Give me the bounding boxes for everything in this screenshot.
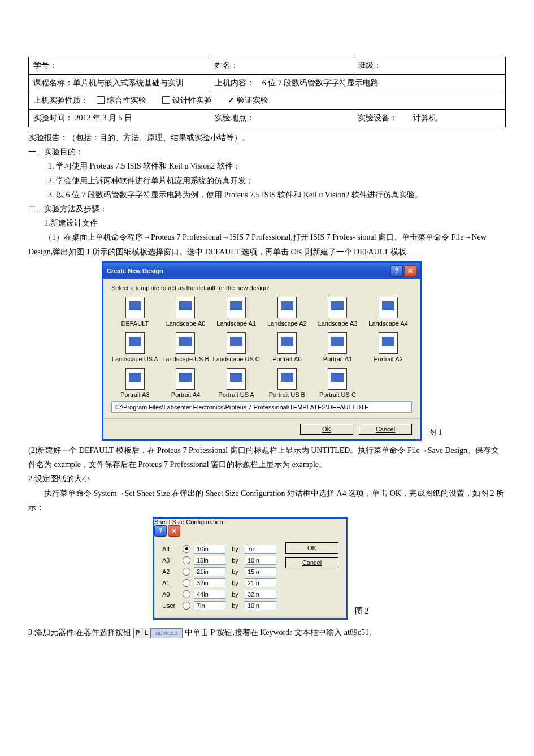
- template-label: Landscape A2: [267, 320, 307, 327]
- size-label: A4: [162, 546, 179, 552]
- height-input[interactable]: 21in: [245, 578, 276, 587]
- size-label: User: [162, 602, 179, 609]
- template-label: DEFAULT: [121, 320, 149, 327]
- template-icon: [379, 297, 398, 318]
- radio-user[interactable]: [183, 602, 190, 610]
- template-label: Landscape US B: [162, 356, 209, 362]
- para4-b: 中单击 P 按钮,接着在 Keywords 文本框中输入 at89c51,: [185, 628, 371, 637]
- exp-nature-label: 上机实验性质：: [33, 96, 89, 105]
- width-input[interactable]: 10in: [194, 545, 225, 554]
- by-label: by: [229, 602, 241, 609]
- by-label: by: [229, 568, 241, 575]
- close-icon[interactable]: ✕: [404, 265, 416, 277]
- template-label: Landscape A3: [318, 320, 358, 327]
- by-label: by: [229, 591, 241, 598]
- report-intro: 实验报告：（包括：目的、方法、原理、结果或实验小结等）。: [28, 131, 506, 145]
- cancel-button[interactable]: Cancel: [285, 557, 338, 568]
- dialog-titlebar: Sheet Size Configuration ? ✕: [154, 519, 346, 537]
- template-label: Portrait A0: [272, 356, 301, 362]
- template-label: Landscape A1: [216, 320, 256, 327]
- template-label: Portrait US A: [218, 391, 254, 398]
- checkbox-design[interactable]: [162, 96, 170, 104]
- template-item[interactable]: Landscape A1: [212, 297, 260, 327]
- help-icon[interactable]: ?: [154, 525, 167, 537]
- template-label: Portrait A1: [323, 356, 352, 362]
- help-icon[interactable]: ?: [390, 265, 403, 277]
- width-input[interactable]: 44in: [194, 590, 225, 599]
- by-label: by: [229, 546, 241, 552]
- template-item[interactable]: Portrait A0: [263, 332, 311, 362]
- checkbox-comprehensive[interactable]: [97, 96, 105, 104]
- radio-a1[interactable]: [183, 579, 190, 587]
- template-icon: [328, 297, 347, 318]
- template-label: Landscape US A: [112, 356, 158, 362]
- height-input[interactable]: 32in: [245, 590, 276, 599]
- template-path: C:\Program Files\Labcenter Electronics\P…: [111, 401, 412, 413]
- template-item[interactable]: Portrait US A: [212, 368, 260, 398]
- template-label: Landscape US C: [213, 356, 260, 362]
- height-input[interactable]: 7in: [245, 545, 276, 554]
- para2: (2)新建好一个 DEFAULT 模板后，在 Proteus 7 Profess…: [28, 443, 506, 472]
- template-item[interactable]: Portrait A2: [364, 332, 412, 362]
- template-icon: [328, 332, 347, 354]
- template-icon: [277, 297, 297, 318]
- create-new-design-dialog: Create New Design ? ✕ Select a template …: [102, 261, 422, 441]
- sec2-title: 二、实验方法及步骤：: [28, 202, 506, 216]
- width-input[interactable]: 32in: [194, 578, 225, 587]
- sec1-item2: 2. 学会使用上诉两种软件进行单片机应用系统的仿真开发；: [28, 174, 506, 188]
- width-input[interactable]: 15in: [194, 556, 225, 565]
- template-item[interactable]: Landscape US A: [111, 332, 159, 362]
- radio-a4[interactable]: [183, 545, 190, 553]
- exp-device-value: 计算机: [413, 114, 437, 122]
- template-item[interactable]: Portrait US C: [314, 368, 362, 398]
- p-button[interactable]: P: [134, 628, 142, 638]
- template-label: Portrait US C: [319, 391, 356, 398]
- template-icon: [277, 368, 297, 390]
- template-label: Portrait A3: [120, 391, 149, 398]
- height-input[interactable]: 10in: [245, 556, 276, 565]
- radio-a0[interactable]: [183, 590, 190, 598]
- template-item[interactable]: Portrait A1: [314, 332, 362, 362]
- template-icon: [125, 297, 145, 318]
- template-item[interactable]: Landscape A2: [263, 297, 311, 327]
- width-input[interactable]: 7in: [194, 601, 225, 610]
- sec2-sub1: 1.新建设计文件: [28, 216, 506, 230]
- template-item[interactable]: Landscape A3: [314, 297, 362, 327]
- ok-button[interactable]: OK: [285, 542, 338, 554]
- template-item[interactable]: Landscape A4: [364, 297, 412, 327]
- width-input[interactable]: 21in: [194, 567, 225, 576]
- class-label: 班级：: [358, 61, 381, 70]
- template-item[interactable]: Landscape US C: [212, 332, 260, 362]
- para4-a: 3.添加元器件:在器件选择按钮: [28, 628, 131, 637]
- radio-a3[interactable]: [183, 556, 190, 564]
- template-item[interactable]: Landscape A0: [162, 297, 210, 327]
- template-item[interactable]: DEFAULT: [111, 297, 159, 327]
- template-item[interactable]: Landscape US B: [162, 332, 210, 362]
- machine-content-label: 上机内容：: [215, 79, 254, 87]
- l-button[interactable]: L: [142, 628, 151, 638]
- height-input[interactable]: 15in: [245, 567, 276, 576]
- template-label: Portrait A2: [374, 356, 402, 362]
- dialog-titlebar: Create New Design ? ✕: [103, 263, 420, 279]
- template-icon: [125, 332, 145, 354]
- close-icon[interactable]: ✕: [168, 525, 180, 537]
- exp-opt2: 设计性实验: [172, 96, 212, 105]
- sec2-sub2: 2.设定图纸的大小: [28, 472, 506, 486]
- info-table: 学号： 姓名： 班级： 课程名称：单片机与嵌入式系统基础与实训 上机内容： 6 …: [28, 57, 506, 127]
- template-item[interactable]: Portrait A4: [162, 368, 210, 398]
- height-input[interactable]: 10in: [245, 601, 276, 610]
- template-item[interactable]: Portrait A3: [111, 368, 159, 398]
- template-icon: [125, 368, 145, 390]
- ok-button[interactable]: OK: [300, 424, 353, 435]
- template-icon: [277, 332, 297, 354]
- check-icon: ✓: [228, 96, 235, 105]
- figure-2-label: 图 2: [355, 606, 369, 620]
- radio-a2[interactable]: [183, 568, 190, 576]
- template-icon: [227, 332, 246, 354]
- para3: 执行菜单命令 System→Set Sheet Size,在弹出的 Sheet …: [28, 486, 506, 515]
- sec1-title: 一、实验目的：: [28, 145, 506, 159]
- template-icon: [176, 368, 195, 390]
- cancel-button[interactable]: Cancel: [359, 424, 412, 435]
- template-item[interactable]: Portrait US B: [263, 368, 311, 398]
- template-grid: DEFAULT Landscape A0 Landscape A1 Landsc…: [111, 297, 412, 398]
